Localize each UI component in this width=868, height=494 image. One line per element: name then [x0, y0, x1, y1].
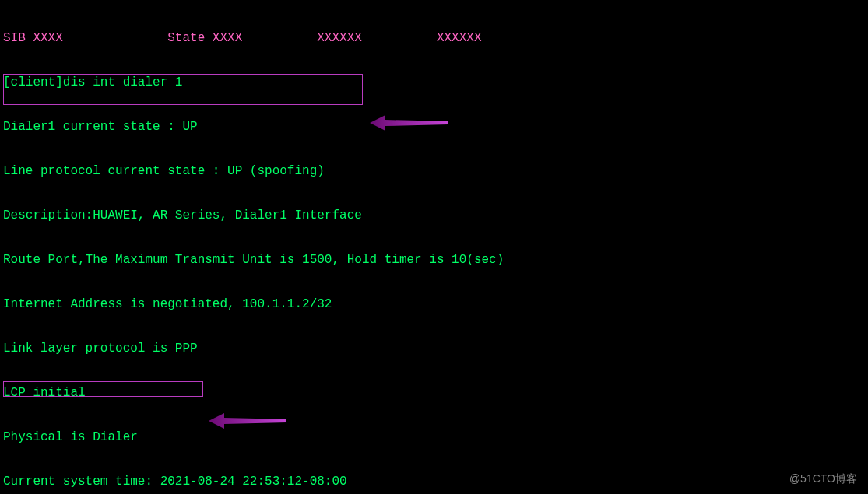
output-line: Description:HUAWEI, AR Series, Dialer1 I…: [3, 208, 865, 223]
prompt-label: [client]: [3, 75, 63, 89]
svg-marker-1: [209, 413, 286, 429]
output-line: LCP initial: [3, 386, 865, 401]
terminal-window[interactable]: SIB XXXX State XXXX XXXXXX XXXXXX [clien…: [0, 0, 868, 494]
output-line: Current system time: 2021-08-24 22:53:12…: [3, 475, 865, 489]
output-line: Dialer1 current state : UP: [3, 120, 865, 135]
command-line-1: [client]dis int dialer 1: [3, 75, 865, 90]
output-line: Route Port,The Maximum Transmit Unit is …: [3, 253, 865, 268]
output-line: Line protocol current state : UP (spoofi…: [3, 164, 865, 179]
output-line-link-layer: Link layer protocol is PPP: [3, 342, 865, 356]
command-text: dis int dialer 1: [63, 75, 183, 89]
header-line: SIB XXXX State XXXX XXXXXX XXXXXX: [3, 31, 865, 46]
watermark-label: @51CTO博客: [789, 471, 857, 486]
output-line: Physical is Dialer: [3, 430, 865, 445]
output-line-internet-address: Internet Address is negotiated, 100.1.1.…: [3, 297, 865, 312]
